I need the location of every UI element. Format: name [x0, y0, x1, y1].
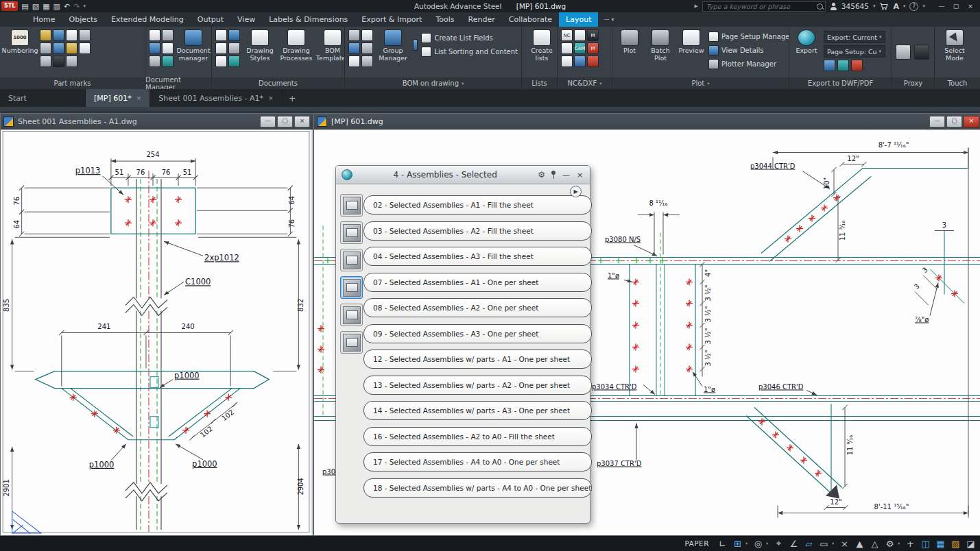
ncdxf-tool-icon[interactable] [574, 29, 586, 41]
window-mp-601[interactable]: [MP] 601.dwg — ▢ × [313, 113, 980, 536]
drawing-processes-button[interactable]: Drawing Processes [280, 29, 313, 62]
select-mode-button[interactable]: Select Mode [938, 29, 971, 62]
bom-tool-icon[interactable] [348, 56, 360, 67]
palette-item[interactable]: 17 - Selected Assemblies - A4 to A0 - On… [363, 452, 592, 472]
documents-tool-icon[interactable] [215, 29, 227, 41]
pin-icon[interactable] [550, 170, 557, 180]
create-lists-button[interactable]: Create lists [525, 29, 558, 62]
grid-dropdown-icon[interactable]: ▾ [745, 541, 750, 546]
bom-tool-icon[interactable] [361, 42, 373, 54]
nc-m-icon[interactable]: M [587, 29, 599, 41]
tab-view[interactable]: View [230, 12, 262, 27]
part-marks-tool-icon[interactable] [66, 29, 77, 41]
workspace-dropdown-icon[interactable]: ▾ [898, 541, 903, 546]
plot-icon[interactable]: ▥ [53, 2, 60, 11]
panel-label-document-manager[interactable]: Document Manager [145, 77, 211, 89]
palette-item[interactable]: 08 - Selected Assemblies - A2 - One per … [363, 298, 592, 317]
drawing-style-thumbnail[interactable] [340, 249, 363, 271]
tab-render[interactable]: Render [462, 12, 502, 27]
tab-labels-dimensions[interactable]: Labels & Dimensions [262, 12, 355, 27]
tab-sheet-001-close-icon[interactable]: × [268, 95, 274, 101]
tab-start[interactable]: Start [0, 89, 86, 107]
doc-tool-icon[interactable] [149, 42, 160, 54]
graphics-performance-icon[interactable]: ▨ [948, 539, 963, 549]
drawing-style-thumbnail-selected[interactable] [340, 276, 363, 299]
part-marks-tool-icon[interactable] [79, 42, 91, 54]
exchange-apps-icon[interactable]: A [893, 2, 899, 11]
doc-tool-icon[interactable] [162, 29, 174, 41]
ortho-mode-icon[interactable]: ∠ [787, 539, 801, 549]
tab-mp-601-close-icon[interactable]: × [136, 95, 142, 101]
object-snap-icon[interactable]: ▭ [817, 539, 831, 549]
user-icon[interactable] [830, 3, 837, 10]
maximize-button[interactable]: ▢ [949, 3, 963, 10]
proxy-tool-icon[interactable] [914, 45, 929, 60]
gear-icon[interactable]: ⚙ [538, 170, 545, 180]
plotter-manager-button[interactable]: Plotter Manager [708, 58, 789, 70]
window-minimize-button[interactable]: — [929, 116, 945, 127]
new-tab-button[interactable]: + [283, 89, 302, 107]
window-close-button[interactable]: × [964, 116, 979, 127]
palette-item[interactable]: 03 - Selected Assemblies - A2 - Fill the… [363, 221, 592, 241]
autoscale-icon[interactable]: ▲ [852, 539, 867, 549]
ucs-icon[interactable]: ∟ [715, 539, 730, 549]
qat-dropdown-icon[interactable]: ▾ [83, 3, 86, 9]
sheet-001-canvas[interactable]: 254 51 76 76 51 76 64 64 76 [1, 130, 313, 534]
ncdxf-tool-icon[interactable] [561, 56, 573, 67]
list-sorting-button[interactable]: List Sorting and Content [421, 46, 518, 58]
polar-tracking-icon[interactable]: ▱ [802, 539, 816, 549]
part-marks-tool-icon[interactable] [53, 29, 64, 41]
panel-label-bom-on-drawing[interactable]: BOM on drawing ▾ [345, 77, 521, 89]
panel-label-part-marks[interactable]: Part marks [0, 77, 145, 89]
infer-constraints-icon[interactable]: ⌖ [772, 538, 786, 549]
export-tool-icon[interactable] [824, 60, 835, 71]
window-sheet-001[interactable]: Sheet 001 Assemblies - A1.dwg — ▢ × [0, 113, 313, 536]
palette-item[interactable]: 14 - Selected Assemblies w/ parts - A3 -… [363, 401, 592, 420]
part-marks-tool-icon[interactable] [53, 42, 64, 54]
drawing-styles-button[interactable]: Drawing Styles [243, 29, 276, 62]
app-logo[interactable]: STL [1, 1, 18, 11]
documents-tool-icon[interactable] [228, 29, 240, 41]
palette-item[interactable]: 07 - Selected Assemblies - A1 - One per … [363, 273, 592, 292]
export-tool-icon[interactable] [837, 60, 849, 71]
bom-tool-icon[interactable] [361, 56, 373, 67]
drawing-style-thumbnail[interactable] [340, 194, 363, 217]
drawing-styles-palette[interactable]: 4 - Assemblies - Selected ⚙ — × ▶ [335, 165, 590, 524]
tab-sheet-001[interactable]: Sheet 001 Assemblies - A1* × [150, 89, 282, 107]
ncdxf-tool-icon[interactable] [574, 56, 586, 67]
preview-button[interactable]: Preview [678, 29, 705, 55]
annotation-scale-icon[interactable]: △ [868, 539, 882, 549]
palette-item[interactable]: 18 - Selected Assemblies w/ parts - A4 t… [363, 478, 592, 498]
account-dropdown-icon[interactable]: ▾ [873, 3, 876, 9]
palette-item[interactable]: 04 - Selected Assemblies - A3 - Fill the… [363, 247, 592, 266]
ribbon-display-toggle[interactable]: — ▾ [598, 12, 619, 27]
bom-tool-icon[interactable] [361, 29, 373, 41]
palette-item[interactable]: 02 - Selected Assemblies - A1 - Fill the… [363, 195, 592, 215]
drawing-style-thumbnail[interactable] [340, 304, 363, 326]
documents-tool-icon[interactable] [215, 56, 227, 67]
redo-icon[interactable]: ↷ [73, 2, 80, 11]
open-file-icon[interactable]: ▧ [32, 2, 39, 11]
export-preset-dropdown[interactable]: Export: Current ▾ [824, 31, 885, 43]
panel-label-plot[interactable]: Plot ▾ [612, 77, 789, 89]
proxy-tool-icon[interactable] [896, 45, 911, 60]
doc-tool-icon[interactable] [149, 56, 160, 67]
palette-item[interactable]: 12 - Selected Assemblies w/ parts - A1 -… [363, 350, 592, 369]
batch-plot-button[interactable]: Batch Plot [647, 29, 674, 62]
tab-output[interactable]: Output [191, 12, 230, 27]
window-restore-button[interactable]: ▢ [946, 116, 962, 127]
tab-collaborate[interactable]: Collaborate [502, 12, 559, 27]
close-button[interactable]: × [964, 3, 977, 10]
part-marks-tool-icon[interactable] [53, 56, 64, 67]
panel-label-ncdxf[interactable]: NC&DXF ▾ [558, 77, 612, 89]
apps-dropdown-icon[interactable]: ▾ [903, 3, 906, 9]
palette-header[interactable]: 4 - Assemblies - Selected ⚙ — × [336, 166, 590, 184]
page-setup-manager-button[interactable]: Page Setup Manager [708, 31, 789, 42]
bom-tool-icon[interactable] [348, 29, 360, 41]
drawing-style-thumbnail[interactable] [340, 331, 363, 354]
grid-display-icon[interactable]: ⊞ [730, 539, 745, 549]
panel-label-lists[interactable]: Lists [522, 77, 557, 89]
tab-tools[interactable]: Tools [429, 12, 461, 27]
palette-item[interactable]: 09 - Selected Assemblies - A3 - One per … [363, 324, 592, 343]
save-icon[interactable]: ▦ [43, 2, 49, 11]
